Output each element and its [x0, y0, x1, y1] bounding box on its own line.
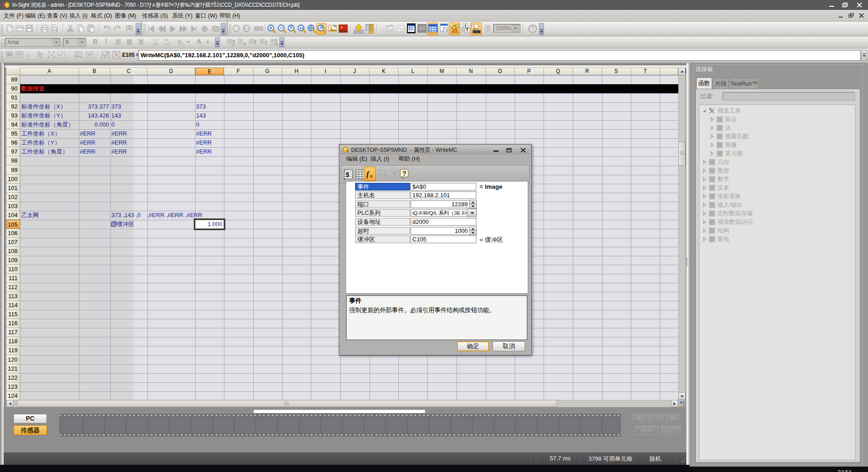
svg-text:f: f [366, 170, 370, 178]
svg-text:x: x [370, 173, 373, 178]
svg-text:$#: $# [7, 52, 12, 57]
svg-text:$: $ [346, 171, 349, 178]
svg-text:?: ? [402, 170, 407, 177]
svg-text:fx: fx [27, 51, 31, 58]
svg-text:T: T [466, 27, 469, 32]
svg-text:1x: 1x [300, 26, 304, 30]
